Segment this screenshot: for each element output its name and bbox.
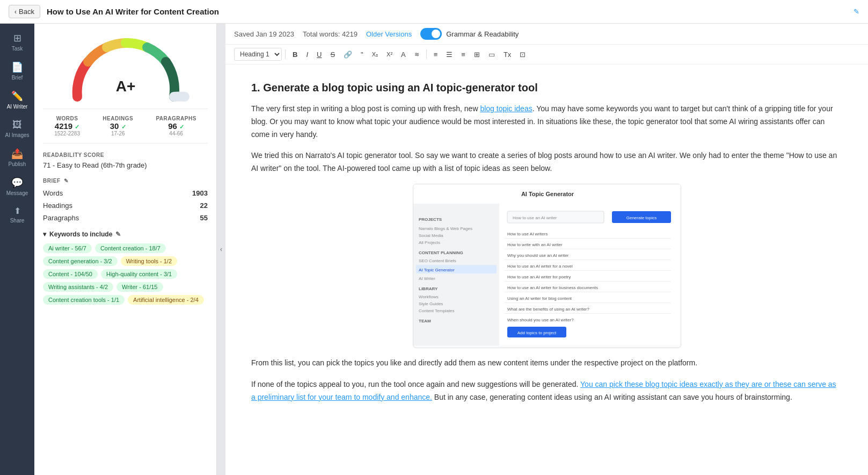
- collapse-icon: ‹: [220, 246, 222, 253]
- stat-paragraphs: PARAGRAPHS 96 ✓ 44-66: [156, 116, 196, 136]
- sidebar-item-message[interactable]: 💬 Message: [2, 172, 32, 200]
- toggle-container: Grammar & Readability: [420, 28, 519, 40]
- kw-tag[interactable]: Content creation - 18/7: [95, 243, 166, 253]
- quote-button[interactable]: ": [357, 49, 367, 60]
- svg-text:Style Guides: Style Guides: [419, 301, 443, 306]
- side-panel: A+ WORDS 4219 ✓ 1522-2283 HEADINGS 30 ✓ …: [34, 24, 217, 475]
- strikethrough-button[interactable]: S: [326, 49, 339, 60]
- svg-rect-39: [505, 313, 671, 314]
- kw-tag[interactable]: Writer - 61/15: [116, 282, 163, 292]
- content-para-2: We tried this on Narrato's AI topic gene…: [251, 149, 842, 175]
- readability-value: 71 - Easy to Read (6th-7th grade): [43, 161, 208, 169]
- svg-text:Workflows: Workflows: [419, 294, 439, 299]
- content-para-4: If none of the topics appeal to you, run…: [251, 378, 842, 404]
- unordered-list-button[interactable]: ☰: [442, 49, 456, 60]
- share-icon: ⬆: [14, 206, 21, 216]
- keywords-edit-icon[interactable]: ✎: [115, 231, 121, 238]
- kw-tag[interactable]: Content - 104/50: [43, 269, 98, 279]
- brief-headings-val: 22: [200, 201, 208, 210]
- kw-tag[interactable]: Writing tools - 1/2: [121, 256, 177, 266]
- svg-text:PROJECTS: PROJECTS: [419, 217, 442, 222]
- kw-tag[interactable]: Content creation tools - 1/1: [43, 295, 125, 305]
- pick-topics-link[interactable]: You can pick these blog topic ideas exac…: [251, 380, 836, 401]
- content-para-1: The very first step in writing a blog po…: [251, 103, 842, 141]
- image-button[interactable]: ⊞: [470, 49, 484, 60]
- italic-button[interactable]: I: [302, 49, 312, 60]
- clear-format-button[interactable]: Tx: [500, 49, 515, 60]
- message-icon: 💬: [11, 177, 23, 189]
- keywords-section: ▾ Keywords to include ✎ Ai writer - 56/7…: [43, 231, 208, 305]
- sidebar-item-ai-images[interactable]: 🖼 AI Images: [2, 115, 32, 142]
- brief-row-headings: Headings 22: [43, 201, 208, 210]
- sidebar-item-task-label: Task: [12, 46, 23, 52]
- color-button[interactable]: A: [397, 49, 410, 60]
- table-button[interactable]: ▭: [485, 49, 499, 60]
- blog-topic-link[interactable]: blog topic ideas: [480, 104, 532, 113]
- bold-button[interactable]: B: [289, 49, 301, 60]
- svg-rect-29: [505, 260, 671, 260]
- svg-text:Narrato Blogs & Web Pages: Narrato Blogs & Web Pages: [419, 226, 472, 231]
- svg-text:How to use an AI writer for a : How to use an AI writer for a novel: [507, 264, 573, 269]
- brief-paragraphs-val: 55: [200, 214, 208, 222]
- grammar-toggle[interactable]: [420, 28, 442, 40]
- kw-tag[interactable]: Artificial intelligence - 2/4: [128, 295, 204, 305]
- editor-area: Saved Jan 19 2023 Total words: 4219 Olde…: [225, 24, 868, 475]
- kw-tag[interactable]: Content generation - 3/2: [43, 256, 118, 266]
- saved-timestamp: Saved Jan 19 2023: [234, 30, 294, 38]
- svg-rect-27: [505, 249, 671, 249]
- readability-section: READABILITY SCORE 71 - Easy to Read (6th…: [43, 152, 208, 169]
- sidebar-item-ai-writer[interactable]: ✏️ AI Writer: [2, 86, 32, 114]
- svg-text:All Projects: All Projects: [419, 240, 440, 245]
- stats-row: WORDS 4219 ✓ 1522-2283 HEADINGS 30 ✓ 17-…: [43, 109, 208, 143]
- readability-label: READABILITY SCORE: [43, 152, 208, 158]
- chevron-down-icon: ▾: [43, 231, 46, 238]
- subscript-button[interactable]: X₂: [368, 49, 382, 60]
- sidebar-item-task[interactable]: ⊞ Task: [2, 28, 32, 56]
- title-edit-icon[interactable]: ✎: [854, 8, 859, 16]
- stat-paragraphs-range: 44-66: [156, 131, 196, 136]
- main-layout: ⊞ Task 📄 Brief ✏️ AI Writer 🖼 AI Images …: [0, 24, 868, 475]
- grammar-label: Grammar & Readability: [446, 30, 519, 38]
- heading-select[interactable]: Heading 1 Heading 2 Heading 3 Normal: [234, 48, 282, 61]
- svg-text:How to write with an AI writer: How to write with an AI writer: [507, 242, 563, 247]
- align-button[interactable]: ≡: [457, 49, 469, 60]
- brief-edit-icon[interactable]: ✎: [64, 178, 69, 184]
- ordered-list-button[interactable]: ≡: [430, 49, 442, 60]
- brief-words-val: 1903: [192, 189, 208, 197]
- sidebar-item-ai-images-label: AI Images: [5, 132, 29, 138]
- special-chars-button[interactable]: ≋: [411, 49, 423, 60]
- svg-text:AI Topic Generator: AI Topic Generator: [521, 191, 574, 197]
- keywords-grid: Ai writer - 56/7 Content creation - 18/7…: [43, 243, 208, 305]
- back-button[interactable]: ‹ Back: [9, 5, 40, 18]
- kw-tag[interactable]: High-quality content - 3/1: [101, 269, 177, 279]
- sidebar-item-brief-label: Brief: [12, 75, 23, 81]
- content-area[interactable]: 1. Generate a blog topic using an AI top…: [225, 64, 868, 475]
- svg-rect-37: [505, 303, 671, 303]
- superscript-button[interactable]: X²: [383, 49, 396, 59]
- svg-rect-4: [413, 204, 499, 346]
- link-button[interactable]: 🔗: [340, 49, 356, 60]
- svg-text:Social Media: Social Media: [419, 233, 443, 238]
- kw-tag[interactable]: Ai writer - 56/7: [43, 243, 92, 253]
- svg-text:What are the benefits of using: What are the benefits of using an AI wri…: [507, 307, 590, 312]
- kw-tag[interactable]: Writing assistants - 4/2: [43, 282, 113, 292]
- sidebar-item-share[interactable]: ⬆ Share: [2, 201, 32, 228]
- sidebar-item-publish[interactable]: 📤 Publish: [2, 143, 32, 171]
- sidebar-item-message-label: Message: [6, 190, 28, 196]
- older-versions-link[interactable]: Older Versions: [366, 30, 412, 38]
- stat-headings-label: HEADINGS: [103, 116, 133, 121]
- svg-text:How to use an AI writer: How to use an AI writer: [513, 215, 557, 220]
- svg-text:When should you use an AI writ: When should you use an AI writer?: [507, 318, 574, 322]
- back-label: Back: [19, 8, 34, 16]
- sidebar-item-brief[interactable]: 📄 Brief: [2, 57, 32, 85]
- embed-button[interactable]: ⊡: [516, 49, 529, 60]
- svg-text:Add topics to project: Add topics to project: [517, 330, 556, 335]
- stat-words-label: WORDS: [54, 116, 80, 121]
- brief-icon: 📄: [11, 61, 23, 73]
- keywords-header[interactable]: ▾ Keywords to include ✎: [43, 231, 208, 238]
- sidebar-item-ai-writer-label: AI Writer: [7, 104, 28, 110]
- stat-words: WORDS 4219 ✓ 1522-2283: [54, 116, 80, 136]
- underline-button[interactable]: U: [313, 49, 325, 60]
- ai-writer-icon: ✏️: [11, 90, 23, 102]
- collapse-handle[interactable]: ‹: [217, 24, 225, 475]
